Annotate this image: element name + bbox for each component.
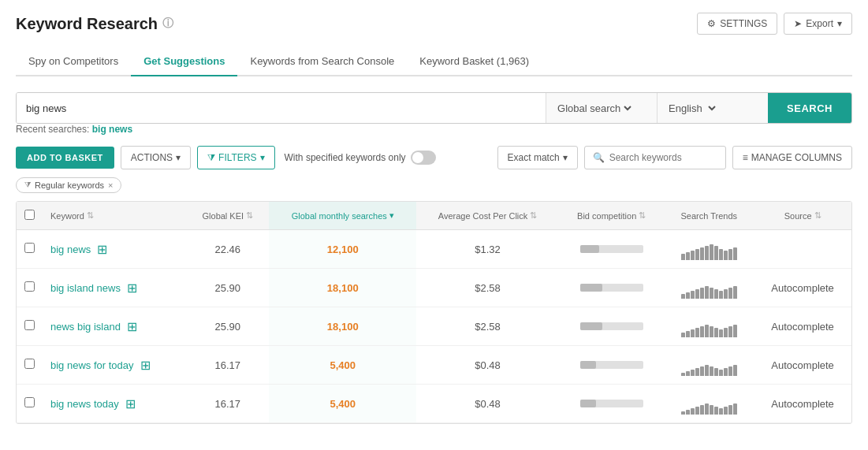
- th-monthly-sort-icon: ▾: [389, 210, 394, 221]
- kei-cell: 16.17: [186, 385, 269, 423]
- add-keyword-button[interactable]: ⊞: [125, 396, 136, 411]
- tab-spy-competitors[interactable]: Spy on Competitors: [16, 47, 131, 76]
- keyword-td: big news for today⊞: [43, 346, 186, 385]
- row-checkbox[interactable]: [24, 320, 35, 330]
- with-specified-toggle[interactable]: [411, 151, 436, 165]
- trend-bar: [728, 249, 732, 260]
- trend-bar: [705, 286, 709, 299]
- trend-bar: [705, 246, 709, 260]
- monthly-cell: 5,400: [269, 385, 416, 423]
- monthly-cell: 18,100: [269, 307, 416, 346]
- global-search-select[interactable]: Global search Local search: [546, 93, 657, 123]
- global-search-dropdown[interactable]: Global search Local search: [554, 102, 634, 115]
- th-keyword[interactable]: Keyword ⇅: [43, 202, 186, 230]
- th-monthly[interactable]: Global monthly searches ▾: [269, 202, 416, 230]
- trend-bar: [733, 325, 737, 337]
- add-keyword-button[interactable]: ⊞: [140, 358, 151, 373]
- th-cpc-sort-icon: ⇅: [530, 210, 537, 221]
- exact-match-button[interactable]: Exact match ▾: [497, 146, 578, 169]
- trend-bar: [681, 373, 685, 376]
- keyword-link[interactable]: big news today: [50, 398, 119, 410]
- recent-searches: Recent searches: big news: [16, 124, 852, 135]
- trend-bar: [700, 247, 704, 260]
- row-checkbox[interactable]: [24, 397, 35, 407]
- actions-button[interactable]: ACTIONS ▾: [121, 146, 191, 169]
- recent-search-link[interactable]: big news: [92, 124, 132, 135]
- select-all-checkbox[interactable]: [24, 210, 35, 220]
- trend-bar: [695, 289, 699, 299]
- th-checkbox[interactable]: [17, 202, 43, 230]
- keyword-td: news big island⊞: [43, 307, 186, 346]
- trend-bar: [728, 366, 732, 376]
- trend-bar: [719, 408, 723, 415]
- keyword-td: big island news⊞: [43, 269, 186, 307]
- th-source[interactable]: Source ⇅: [754, 202, 851, 230]
- table-row: big news⊞22.4612,100$1.32: [17, 230, 851, 269]
- filter-tag-regular-keywords[interactable]: ⧩ Regular keywords ×: [16, 177, 121, 193]
- export-chevron-icon: ▾: [837, 18, 842, 29]
- columns-icon: ≡: [743, 152, 748, 163]
- bid-cell: [559, 307, 664, 346]
- filters-button[interactable]: ⧩ FILTERS ▾: [197, 146, 274, 169]
- trend-bar: [691, 329, 695, 337]
- th-cpc-label: Average Cost Per Click: [438, 211, 528, 221]
- th-cpc[interactable]: Average Cost Per Click ⇅: [416, 202, 559, 230]
- search-keywords-input[interactable]: [609, 152, 717, 163]
- table-body: big news⊞22.4612,100$1.32big island news…: [17, 230, 851, 423]
- search-keywords-container: 🔍: [584, 146, 726, 169]
- trend-bar: [691, 370, 695, 376]
- source-cell: [754, 230, 851, 269]
- keyword-link[interactable]: big news for today: [50, 359, 134, 371]
- search-input[interactable]: [17, 93, 546, 123]
- manage-columns-button[interactable]: ≡ MANAGE COLUMNS: [732, 146, 852, 169]
- th-bid[interactable]: Bid competition ⇅: [559, 202, 664, 230]
- tab-console-label: Keywords from Search Console: [250, 55, 394, 67]
- add-keyword-button[interactable]: ⊞: [97, 242, 107, 257]
- filter-tag-close-icon[interactable]: ×: [108, 180, 113, 190]
- add-basket-label: ADD TO BASKET: [27, 153, 103, 162]
- search-bar: Global search Local search English Spani…: [16, 92, 852, 124]
- export-button[interactable]: ➤ Export ▾: [784, 13, 852, 35]
- language-dropdown[interactable]: English Spanish French: [665, 102, 718, 115]
- actions-label: ACTIONS: [131, 152, 173, 163]
- keyword-link[interactable]: big news: [50, 244, 91, 255]
- trend-bar: [700, 326, 704, 337]
- add-keyword-button[interactable]: ⊞: [127, 281, 137, 296]
- search-button[interactable]: SEARCH: [768, 93, 851, 123]
- trend-bar: [719, 329, 723, 337]
- trend-bar: [719, 249, 723, 260]
- trend-bar: [681, 294, 685, 299]
- tab-get-suggestions[interactable]: Get Suggestions: [131, 47, 237, 76]
- toolbar: ADD TO BASKET ACTIONS ▾ ⧩ FILTERS ▾ With…: [16, 146, 852, 169]
- tab-search-console[interactable]: Keywords from Search Console: [237, 47, 407, 76]
- th-trends-label: Search Trends: [681, 211, 738, 221]
- bid-cell: [559, 346, 664, 385]
- kei-cell: 25.90: [186, 307, 269, 346]
- search-keywords-icon: 🔍: [593, 152, 605, 163]
- trend-bar: [719, 370, 723, 376]
- trend-bar: [695, 368, 699, 376]
- th-kei-sort-icon: ⇅: [246, 210, 253, 221]
- keyword-link[interactable]: news big island: [50, 321, 121, 333]
- trend-bar: [714, 407, 718, 415]
- row-checkbox[interactable]: [24, 243, 35, 253]
- source-cell: Autocomplete: [754, 385, 851, 423]
- settings-button[interactable]: ⚙ SETTINGS: [697, 13, 777, 35]
- trend-bar: [686, 331, 690, 337]
- th-kei[interactable]: Global KEI ⇅: [186, 202, 269, 230]
- keyword-link[interactable]: big island news: [50, 282, 121, 294]
- language-select[interactable]: English Spanish French: [658, 93, 768, 123]
- th-keyword-sort-icon: ⇅: [87, 210, 94, 221]
- add-to-basket-button[interactable]: ADD TO BASKET: [16, 147, 114, 169]
- table-header-row: Keyword ⇅ Global KEI ⇅ Global monthly se…: [17, 202, 851, 230]
- help-icon[interactable]: ⓘ: [162, 17, 173, 31]
- row-checkbox[interactable]: [24, 281, 35, 292]
- trends-cell: [664, 230, 754, 269]
- add-keyword-button[interactable]: ⊞: [127, 319, 137, 334]
- th-keyword-label: Keyword: [50, 211, 84, 221]
- trend-bar: [710, 405, 713, 415]
- tab-keyword-basket[interactable]: Keyword Basket (1,963): [407, 47, 542, 76]
- row-checkbox[interactable]: [24, 359, 35, 369]
- source-cell: Autocomplete: [754, 346, 851, 385]
- trend-bar: [710, 326, 713, 337]
